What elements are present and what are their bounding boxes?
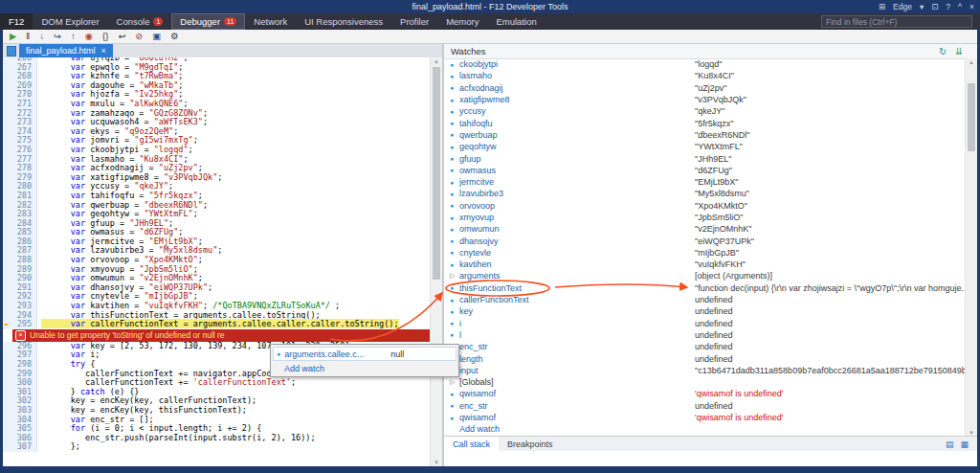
scroll-down-icon[interactable]: ▼ xyxy=(431,459,442,466)
callstack-tab-strip: Call stackBreakpoints▤▦ xyxy=(444,436,977,451)
tooltip-expression: arguments.callee.c... xyxy=(284,349,364,359)
code-token xyxy=(41,172,71,182)
watch-row[interactable]: ●geqohtyw"YWtXtmFL" xyxy=(444,141,966,152)
watch-row[interactable]: ●tahifoqfu"5fr5kqzx" xyxy=(444,117,966,128)
watch-row[interactable]: ▷[Globals] xyxy=(444,376,966,388)
tab-ui-responsiveness[interactable]: UI Responsiveness xyxy=(296,13,391,30)
watch-row[interactable]: ●qwisamof'qwisamof is undefined' xyxy=(444,412,966,423)
step-out-icon[interactable]: ↑ xyxy=(71,30,76,43)
watch-row[interactable]: ●qwerbuap"dbeexR6NDl" xyxy=(444,129,966,141)
tab-profiler[interactable]: Profiler xyxy=(391,13,437,30)
watch-row[interactable]: ●orvovoop"Xpo4KMktO" xyxy=(444,200,966,212)
code-token xyxy=(41,117,71,126)
expander-icon[interactable]: ▷ xyxy=(450,272,459,280)
watch-row[interactable]: ▷arguments[object (Arguments)] xyxy=(444,270,966,282)
pretty-print-icon[interactable]: {} xyxy=(102,30,108,43)
watches-scrollbar[interactable]: ▲ ▼ xyxy=(965,58,977,437)
apps-grid-icon[interactable]: ⊞ xyxy=(879,0,885,13)
watch-row[interactable]: ●ckoobjytpi"logqd" xyxy=(444,58,966,70)
watch-row[interactable]: ●xatigfipwme8"v3PVqbJQk" xyxy=(444,94,966,105)
code-editor[interactable]: 266 var ujfqzb = "Uo0cUfMz";267 var epwq… xyxy=(3,57,431,466)
watch-row[interactable]: ●gfuup"JHh9EL" xyxy=(444,152,966,164)
line-number[interactable]: 307 xyxy=(3,442,37,452)
code-token xyxy=(41,245,71,255)
watch-row[interactable]: ●lundefined xyxy=(444,329,966,341)
continue-icon[interactable]: ▶ xyxy=(10,30,16,43)
step-over-icon[interactable]: ↪ xyxy=(54,30,61,43)
watch-row[interactable]: ●kavtihen"vuIqkfvFKH" xyxy=(444,259,966,270)
collapse-watches-icon[interactable]: ⇊ xyxy=(955,46,963,56)
scroll-up-icon[interactable]: ▲ xyxy=(966,58,977,66)
find-in-files-input[interactable] xyxy=(821,15,972,28)
code-token: } xyxy=(41,387,80,396)
watch-value: "d6ZFUg" xyxy=(695,166,966,175)
tab-call-stack[interactable]: Call stack xyxy=(444,437,499,451)
watch-name: jermcitve xyxy=(459,177,695,187)
collapse-icon[interactable]: ^ xyxy=(958,0,962,13)
help-icon[interactable]: ? xyxy=(946,0,950,13)
watch-row[interactable]: ●dhansojvy"eiWQP37UPk" xyxy=(444,235,966,246)
watch-row[interactable]: ●lengthundefined xyxy=(444,352,966,364)
settings-icon[interactable]: ⚙ xyxy=(170,30,179,43)
watch-row[interactable]: ●acfxodnagij"uZj2pv" xyxy=(444,82,966,94)
expander-icon[interactable]: ▷ xyxy=(450,378,459,386)
watch-row[interactable]: ●jermcitve"EMjLt9bX" xyxy=(444,176,966,188)
watch-row[interactable]: ●enc_strundefined xyxy=(444,341,966,352)
break-icon[interactable]: ‖ xyxy=(26,30,30,43)
watch-row[interactable]: ●xmyovup"JpbSm5liO" xyxy=(444,212,966,223)
code-text-inner: var xmyovup = "JpbSm5liO"; xyxy=(41,264,198,274)
watch-row[interactable]: ●owmasus"d6ZFUg" xyxy=(444,165,966,176)
close-icon[interactable]: × xyxy=(969,0,974,13)
refresh-watches-icon[interactable]: ↻ xyxy=(939,46,947,56)
watch-row[interactable]: ●cnytevle"mIjbGpJB" xyxy=(444,247,966,259)
layout-panel-icon[interactable]: ▦ xyxy=(960,439,969,449)
watch-row[interactable]: ●iundefined xyxy=(444,318,966,329)
watch-row[interactable]: ●thisFunctionText"function dec(input) {\… xyxy=(444,282,966,294)
code-token: var xyxy=(71,341,85,350)
code-token: ; xyxy=(178,227,183,236)
code-token: kavtihen = xyxy=(85,301,144,310)
watch-row[interactable]: ●qwisamof'qwisamof is undefined' xyxy=(444,388,966,399)
tab-console[interactable]: Console1 xyxy=(108,13,172,30)
watches-scrollbar-thumb[interactable] xyxy=(968,83,975,151)
dock-panel-icon[interactable]: ▤ xyxy=(946,439,954,449)
word-wrap-icon[interactable]: ↩ xyxy=(118,30,125,43)
tab-network[interactable]: Network xyxy=(245,13,296,30)
watch-row[interactable]: ●callerFunctionTextundefined xyxy=(444,294,966,305)
code-token: callerFunctionText += navigator.appCodeN… xyxy=(41,369,301,378)
watch-value: undefined xyxy=(695,401,966,411)
watch-row[interactable]: ●keyundefined xyxy=(444,305,966,317)
tab-dom-explorer[interactable]: DOM Explorer xyxy=(33,13,107,30)
code-text-inner: var ucquwasoh4 = "aWfTsEK3"; xyxy=(41,117,208,126)
step-into-icon[interactable]: ↓ xyxy=(39,30,44,43)
watch-row[interactable]: ●lzavubirbe3"My5xl8dsmu" xyxy=(444,188,966,199)
file-tab-final-payload[interactable]: final_payload.html × xyxy=(19,44,113,57)
code-text-inner: var cnytevle = "mIjbGpJB"; xyxy=(41,291,198,301)
tab-debugger[interactable]: Debugger11 xyxy=(171,13,245,30)
chevron-down-icon[interactable]: ▾ xyxy=(920,0,924,13)
code-text-inner: } catch (e) {} xyxy=(41,387,139,396)
undock-icon[interactable]: ⊡ xyxy=(931,0,938,13)
watch-row[interactable]: ●enc_strundefined xyxy=(444,400,966,412)
code-token: "JHh9EL" xyxy=(129,218,168,228)
tab-memory[interactable]: Memory xyxy=(437,13,487,30)
code-scrollbar[interactable]: ▲ ▼ xyxy=(430,57,442,466)
code-scrollbar-thumb[interactable] xyxy=(433,67,440,280)
break-on-exceptions-icon[interactable]: ◉ xyxy=(85,30,93,43)
watch-row[interactable]: ●lasmaho"Ku8x4CI" xyxy=(444,70,966,81)
disable-breakpoints-icon[interactable]: ⊘ xyxy=(135,30,143,43)
tab-emulation[interactable]: Emulation xyxy=(487,13,545,30)
tab-breakpoints[interactable]: Breakpoints xyxy=(499,437,562,451)
debug-layout-icon[interactable]: ▣ xyxy=(152,30,161,43)
browser-target-label[interactable]: Edge xyxy=(893,0,912,13)
scroll-up-icon[interactable]: ▲ xyxy=(431,57,442,65)
watch-name: qwisamof xyxy=(459,389,695,398)
watch-row[interactable]: ●input"c13b6471dadb311a858b09b7eaf0bcc26… xyxy=(444,365,966,376)
close-tab-icon[interactable]: × xyxy=(101,46,106,56)
add-watch-link[interactable]: Add watch xyxy=(444,423,966,435)
tooltip-add-watch-link[interactable]: Add watch xyxy=(271,363,458,376)
code-token: var xyxy=(71,255,85,264)
tooltip-expression-row[interactable]: ● arguments.callee.c... null xyxy=(273,347,457,361)
watch-row[interactable]: ●yccusy"qkeJY" xyxy=(444,105,966,117)
watch-row[interactable]: ●omwumun"v2EjnOMnhK" xyxy=(444,223,966,235)
